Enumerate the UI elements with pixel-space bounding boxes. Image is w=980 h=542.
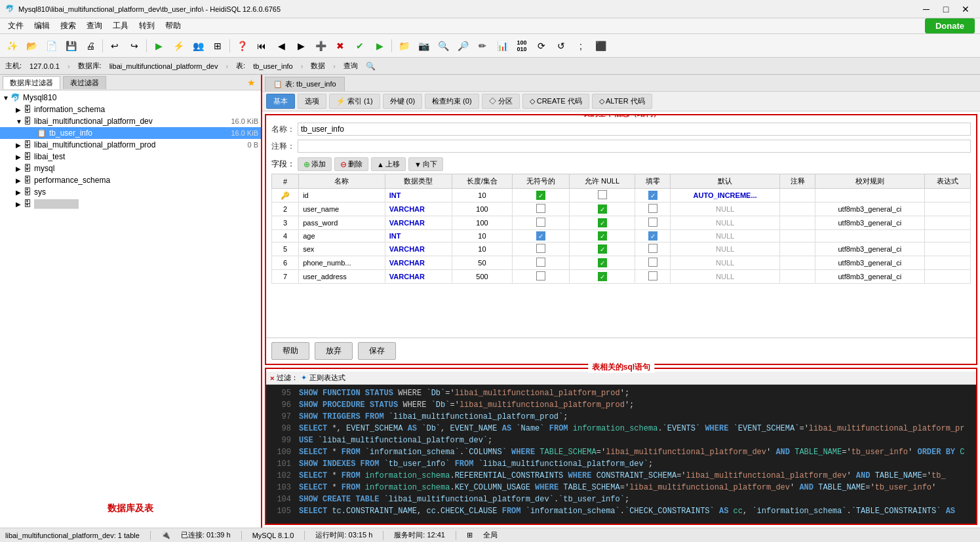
toolbar-search2[interactable]: 🔎 (454, 37, 472, 55)
tab-basic[interactable]: 基本 (266, 94, 295, 109)
tree-item-libai-dev[interactable]: ▼ 🗄 libai_multifunctional_platform_dev 1… (0, 115, 261, 127)
cell-length[interactable]: 10 (452, 189, 513, 203)
cell-name[interactable]: sex (299, 242, 385, 256)
cell-comment[interactable] (780, 216, 815, 230)
checkbox-zerofill[interactable]: ✓ (648, 231, 657, 241)
cell-expression[interactable] (924, 230, 970, 242)
checkbox-null[interactable]: ✓ (598, 272, 607, 281)
cell-collation[interactable]: utf8mb3_general_ci (815, 256, 924, 270)
nav-query[interactable]: 查询 (343, 61, 358, 71)
toolbar-refresh2[interactable]: ↺ (552, 37, 570, 55)
delete-field-button[interactable]: ⊖ 删除 (334, 157, 368, 171)
sql-content[interactable]: 95 SHOW FUNCTION STATUS WHERE `Db`='liba… (266, 385, 976, 524)
cell-type[interactable]: VARCHAR (385, 203, 452, 216)
tab-create-code[interactable]: ◇ CREATE 代码 (522, 94, 589, 109)
menu-help[interactable]: 帮助 (160, 19, 186, 33)
cell-default[interactable]: NULL (670, 216, 780, 230)
cell-comment[interactable] (780, 203, 815, 216)
tree-item-info-schema[interactable]: ▶ 🗄 information_schema (0, 104, 261, 115)
toolbar-connect2[interactable]: ⚡ (169, 37, 187, 55)
tree-item-tb-user-info[interactable]: 📋 tb_user_info 16.0 KiB (0, 127, 261, 139)
cell-expression[interactable] (924, 189, 970, 203)
cell-name[interactable]: age (299, 230, 385, 242)
toolbar-users[interactable]: 👥 (189, 37, 207, 55)
cell-zerofill[interactable] (635, 256, 670, 270)
menu-tools[interactable]: 工具 (108, 19, 134, 33)
tab-constraints[interactable]: 检查约束 (0) (425, 94, 479, 109)
toolbar-check[interactable]: ✔ (351, 37, 369, 55)
minimize-button[interactable]: ─ (917, 2, 935, 16)
cell-type[interactable]: INT (385, 189, 452, 203)
help-button[interactable]: 帮助 (271, 342, 309, 360)
cell-name[interactable]: pass_word (299, 216, 385, 230)
toolbar-pencil[interactable]: ✏ (473, 37, 492, 55)
tab-options[interactable]: 选项 (298, 94, 326, 109)
cell-comment[interactable] (780, 242, 815, 256)
cell-zerofill[interactable] (635, 203, 670, 216)
toolbar-open2[interactable]: 📄 (42, 37, 60, 55)
checkbox-zerofill[interactable] (648, 218, 657, 227)
add-field-button[interactable]: ⊕ 添加 (298, 157, 332, 171)
checkbox-null[interactable]: ✓ (598, 231, 607, 241)
tree-item-libai-prod[interactable]: ▶ 🗄 libai_multifunctional_platform_prod … (0, 139, 261, 151)
cell-expression[interactable] (924, 270, 970, 284)
cell-default[interactable]: NULL (670, 203, 780, 216)
cell-type[interactable]: VARCHAR (385, 216, 452, 230)
cell-unsigned[interactable]: ✓ (512, 230, 569, 242)
cell-length[interactable]: 100 (452, 203, 513, 216)
checkbox-unsigned[interactable] (536, 204, 545, 213)
menu-file[interactable]: 文件 (3, 19, 29, 33)
toolbar-undo[interactable]: ↩ (106, 37, 124, 55)
sidebar-tab-table[interactable]: 表过滤器 (63, 76, 106, 89)
tree-item-mysql[interactable]: ▶ 🗄 mysql (0, 163, 261, 174)
tab-partitions[interactable]: ◇ 分区 (482, 94, 520, 109)
toolbar-folder[interactable]: 📁 (395, 37, 413, 55)
cell-collation[interactable] (815, 189, 924, 203)
tab-fk[interactable]: 外键 (0) (383, 94, 423, 109)
cell-expression[interactable] (924, 216, 970, 230)
cell-length[interactable]: 10 (452, 230, 513, 242)
toolbar-help[interactable]: ❓ (233, 37, 251, 55)
discard-button[interactable]: 放弃 (315, 342, 353, 360)
toolbar-run[interactable]: ▶ (370, 37, 389, 55)
checkbox-zerofill[interactable] (648, 244, 657, 253)
toolbar-refresh[interactable]: ⟳ (532, 37, 551, 55)
toolbar-connect[interactable]: ▶ (149, 37, 168, 55)
cell-default[interactable]: NULL (670, 242, 780, 256)
toolbar-add-row[interactable]: ➕ (311, 37, 330, 55)
cell-default[interactable]: NULL (670, 256, 780, 270)
cell-unsigned[interactable] (512, 256, 569, 270)
form-name-input[interactable] (298, 123, 971, 136)
tree-item-blurred[interactable]: ▶ 🗄 ████████ (0, 198, 261, 210)
toolbar-prev[interactable]: ◀ (272, 37, 290, 55)
toolbar-save[interactable]: 💾 (62, 37, 80, 55)
checkbox-unsigned[interactable] (536, 271, 545, 281)
cell-name[interactable]: user_name (299, 203, 385, 216)
menu-edit[interactable]: 编辑 (29, 19, 55, 33)
checkbox-null[interactable]: ✓ (598, 204, 607, 214)
cell-zerofill[interactable]: ✓ (635, 189, 670, 203)
checkbox-unsigned[interactable] (536, 258, 545, 267)
cell-type[interactable]: VARCHAR (385, 270, 452, 284)
checkbox-unsigned[interactable]: ✓ (536, 191, 545, 200)
checkbox-null[interactable]: ✓ (598, 218, 607, 227)
menu-goto[interactable]: 转到 (134, 19, 160, 33)
toolbar-binary[interactable]: 100010 (513, 37, 531, 55)
cell-expression[interactable] (924, 256, 970, 270)
checkbox-unsigned[interactable]: ✓ (536, 231, 545, 241)
form-comment-input[interactable] (298, 140, 971, 153)
cell-zerofill[interactable]: ✓ (635, 230, 670, 242)
cell-comment[interactable] (780, 230, 815, 242)
toolbar-print[interactable]: 🖨 (81, 37, 100, 55)
tab-alter-code[interactable]: ◇ ALTER 代码 (592, 94, 652, 109)
cell-comment[interactable] (780, 256, 815, 270)
cell-default[interactable]: NULL (670, 270, 780, 284)
cell-default[interactable]: AUTO_INCREME... (670, 189, 780, 203)
toolbar-semicolon[interactable]: ; (572, 37, 590, 55)
donate-button[interactable]: Donate (925, 18, 975, 33)
cell-default[interactable]: NULL (670, 230, 780, 242)
tab-main[interactable]: 📋 表: tb_user_info (265, 77, 345, 91)
cell-collation[interactable]: utf8mb3_general_ci (815, 203, 924, 216)
cell-zerofill[interactable] (635, 216, 670, 230)
nav-data[interactable]: 数据 (311, 61, 325, 71)
